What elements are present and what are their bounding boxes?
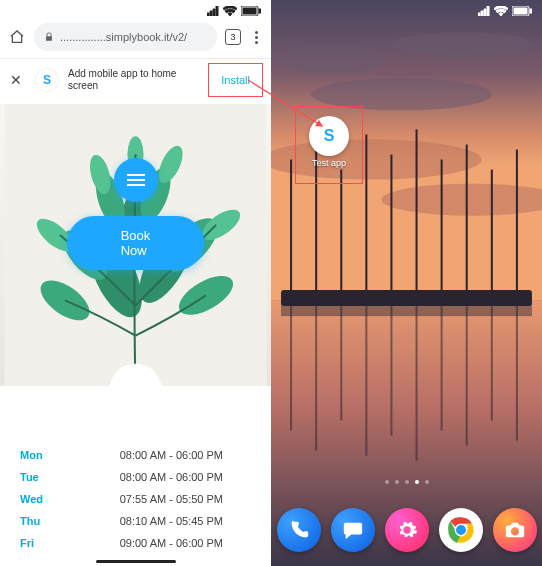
dock xyxy=(271,508,542,552)
day-label: Thu xyxy=(20,515,80,527)
opening-hours: Mon08:00 AM - 06:00 PM Tue08:00 AM - 06:… xyxy=(0,444,271,554)
svg-rect-3 xyxy=(259,9,261,13)
hero-section: Book Now xyxy=(0,104,271,386)
day-label: Tue xyxy=(20,471,80,483)
time-label: 08:00 AM - 06:00 PM xyxy=(120,471,251,483)
svg-rect-49 xyxy=(514,8,527,14)
battery-icon xyxy=(512,6,532,16)
installed-app-label: Test app xyxy=(295,158,363,168)
dock-phone-icon[interactable] xyxy=(277,508,321,552)
homescreen-screenshot: S Test app xyxy=(271,0,542,566)
menu-button[interactable] xyxy=(114,158,158,202)
tab-switcher-button[interactable]: 3 xyxy=(225,29,241,45)
signal-icon xyxy=(478,6,490,16)
tab-count: 3 xyxy=(230,32,235,42)
svg-rect-2 xyxy=(243,8,256,14)
day-label: Mon xyxy=(20,449,80,461)
time-label: 08:10 AM - 05:45 PM xyxy=(120,515,251,527)
browser-menu-button[interactable] xyxy=(249,31,263,44)
svg-point-21 xyxy=(276,45,386,73)
time-label: 07:55 AM - 05:50 PM xyxy=(120,493,251,505)
url-bar[interactable]: ...............simplybook.it/v2/ xyxy=(34,23,217,51)
banner-text: Add mobile app to home screen xyxy=(68,68,198,92)
page-indicator[interactable] xyxy=(385,480,429,484)
installed-app-icon[interactable]: S xyxy=(309,116,349,156)
status-bar xyxy=(478,0,542,18)
url-text: ...............simplybook.it/v2/ xyxy=(60,31,187,43)
hours-row: Wed07:55 AM - 05:50 PM xyxy=(20,488,251,510)
close-icon[interactable]: ✕ xyxy=(6,72,26,88)
dock-chrome-icon[interactable] xyxy=(439,508,483,552)
browser-home-button[interactable] xyxy=(8,28,26,46)
svg-point-22 xyxy=(391,32,532,56)
hours-row: Tue08:00 AM - 06:00 PM xyxy=(20,466,251,488)
time-label: 09:00 AM - 06:00 PM xyxy=(120,537,251,549)
svg-rect-50 xyxy=(530,9,532,13)
dock-camera-icon[interactable] xyxy=(493,508,537,552)
svg-rect-36 xyxy=(281,290,532,306)
app-logo-icon: S xyxy=(36,69,58,91)
wifi-icon xyxy=(223,6,237,16)
signal-icon xyxy=(207,6,219,16)
hours-row: Fri09:00 AM - 06:00 PM xyxy=(20,532,251,554)
hours-row: Mon08:00 AM - 06:00 PM xyxy=(20,444,251,466)
dock-settings-icon[interactable] xyxy=(385,508,429,552)
hours-row: Thu08:10 AM - 05:45 PM xyxy=(20,510,251,532)
day-label: Fri xyxy=(20,537,80,549)
browser-screenshot: ...............simplybook.it/v2/ 3 ✕ S A… xyxy=(0,0,271,566)
time-label: 08:00 AM - 06:00 PM xyxy=(120,449,251,461)
pwa-install-banner: ✕ S Add mobile app to home screen Instal… xyxy=(0,58,271,100)
home-indicator[interactable] xyxy=(96,560,176,563)
wifi-icon xyxy=(494,6,508,16)
status-bar xyxy=(207,0,271,18)
lock-icon xyxy=(44,32,54,42)
dock-messages-icon[interactable] xyxy=(331,508,375,552)
browser-toolbar: ...............simplybook.it/v2/ 3 xyxy=(0,20,271,54)
book-now-button[interactable]: Book Now xyxy=(67,216,205,270)
battery-icon xyxy=(241,6,261,16)
install-button[interactable]: Install xyxy=(211,70,260,90)
install-button-highlight: Install xyxy=(208,63,263,97)
svg-rect-47 xyxy=(281,304,532,316)
day-label: Wed xyxy=(20,493,80,505)
